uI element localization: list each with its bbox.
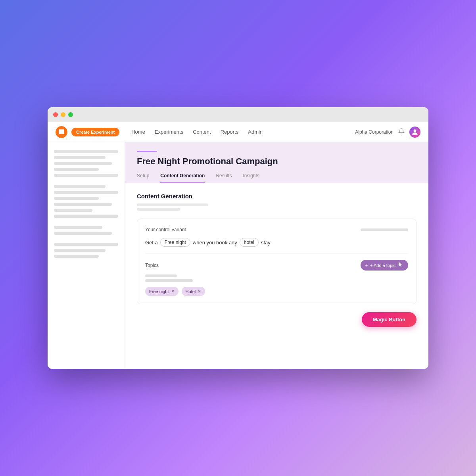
nav-reports[interactable]: Reports: [221, 129, 239, 135]
add-topic-label: + Add a topic: [370, 263, 395, 268]
close-dot[interactable]: [53, 112, 58, 117]
sidebar-group-1: [54, 150, 118, 177]
user-avatar[interactable]: [409, 127, 420, 138]
nav-links: Home Experiments Content Reports Admin: [131, 129, 355, 135]
sentence-post: stay: [261, 240, 271, 246]
topic-chip-free-night[interactable]: Free night ✕: [145, 287, 178, 296]
sidebar: [48, 142, 125, 369]
cursor-icon: [399, 262, 403, 269]
topic-tags: Free night ✕ Hotel ✕: [145, 287, 408, 296]
app: Create Experiment Home Experiments Conte…: [48, 122, 428, 369]
svg-point-0: [414, 129, 416, 132]
sidebar-skel: [54, 249, 106, 252]
variant-label-skeleton: [361, 228, 408, 231]
sidebar-skel: [54, 209, 92, 212]
sidebar-skel: [54, 156, 106, 159]
variant-label: Your control variant: [145, 227, 186, 232]
sidebar-skel: [54, 197, 99, 200]
tab-insights[interactable]: Insights: [243, 173, 259, 183]
tab-setup[interactable]: Setup: [137, 173, 149, 183]
sidebar-skel: [54, 255, 99, 258]
browser-window: Create Experiment Home Experiments Conte…: [48, 107, 428, 369]
sidebar-group-3: [54, 226, 118, 235]
sidebar-skel: [54, 191, 118, 194]
sidebar-group-4: [54, 243, 118, 258]
sidebar-skel: [54, 162, 112, 165]
topic-chip-hotel[interactable]: Hotel ✕: [182, 287, 205, 296]
page-title: Free Night Promotional Campaign: [137, 156, 416, 167]
page-header: Free Night Promotional Campaign Setup Co…: [125, 142, 428, 183]
tag-hotel[interactable]: hotel: [240, 238, 259, 247]
sidebar-skel: [54, 232, 112, 235]
variant-header: Your control variant: [145, 227, 408, 232]
topics-header: Topics + + Add a topic: [145, 260, 408, 271]
magic-button-row: Magic Button: [137, 312, 416, 327]
content-area: Content Generation Your control variant …: [125, 183, 428, 369]
section-title: Content Generation: [137, 193, 416, 200]
nav-content[interactable]: Content: [193, 129, 211, 135]
company-name: Alpha Corporation: [355, 129, 393, 135]
sidebar-skel: [54, 215, 118, 218]
topics-skel-2: [145, 279, 193, 282]
topics-section: Topics + + Add a topic: [145, 253, 408, 296]
subtitle-skeleton-2: [137, 208, 180, 211]
minimize-dot[interactable]: [61, 112, 65, 117]
subtitle-skeleton-1: [137, 203, 208, 206]
magic-button[interactable]: Magic Button: [362, 312, 416, 327]
topics-label: Topics: [145, 263, 159, 268]
sidebar-skel: [54, 243, 118, 246]
page-tabs: Setup Content Generation Results Insight…: [137, 173, 416, 183]
tag-free-night[interactable]: Free night: [160, 238, 190, 247]
chip-close-icon[interactable]: ✕: [171, 289, 175, 294]
navbar: Create Experiment Home Experiments Conte…: [48, 122, 428, 142]
tab-content-generation[interactable]: Content Generation: [160, 173, 205, 183]
sidebar-skel: [54, 226, 102, 229]
chip-label: Hotel: [186, 289, 196, 294]
variant-card: Your control variant Get a Free night wh…: [137, 219, 416, 304]
plus-icon: +: [365, 263, 368, 268]
body-layout: Free Night Promotional Campaign Setup Co…: [48, 142, 428, 369]
main-content: Free Night Promotional Campaign Setup Co…: [125, 142, 428, 369]
sidebar-skel: [54, 185, 106, 188]
app-logo: [56, 126, 67, 138]
bell-icon[interactable]: [398, 128, 405, 136]
create-experiment-button[interactable]: Create Experiment: [71, 128, 119, 136]
chip-close-icon[interactable]: ✕: [198, 289, 201, 294]
sidebar-skel: [54, 168, 99, 171]
sentence-pre: Get a: [145, 240, 158, 246]
chip-label: Free night: [149, 289, 169, 294]
topics-skel-1: [145, 274, 177, 277]
sentence-mid: when you book any: [193, 240, 237, 246]
add-topic-button[interactable]: + + Add a topic: [361, 260, 408, 271]
sidebar-skel: [54, 174, 118, 177]
maximize-dot[interactable]: [68, 112, 73, 117]
sidebar-group-2: [54, 185, 118, 218]
nav-admin[interactable]: Admin: [248, 129, 263, 135]
browser-chrome: [48, 107, 428, 122]
sidebar-skel: [54, 150, 118, 153]
nav-experiments[interactable]: Experiments: [155, 129, 183, 135]
nav-home[interactable]: Home: [131, 129, 145, 135]
tab-results[interactable]: Results: [216, 173, 232, 183]
nav-right: Alpha Corporation: [355, 127, 420, 138]
variant-sentence: Get a Free night when you book any hotel…: [145, 238, 408, 247]
sidebar-skel: [54, 203, 112, 206]
header-accent: [137, 151, 157, 152]
